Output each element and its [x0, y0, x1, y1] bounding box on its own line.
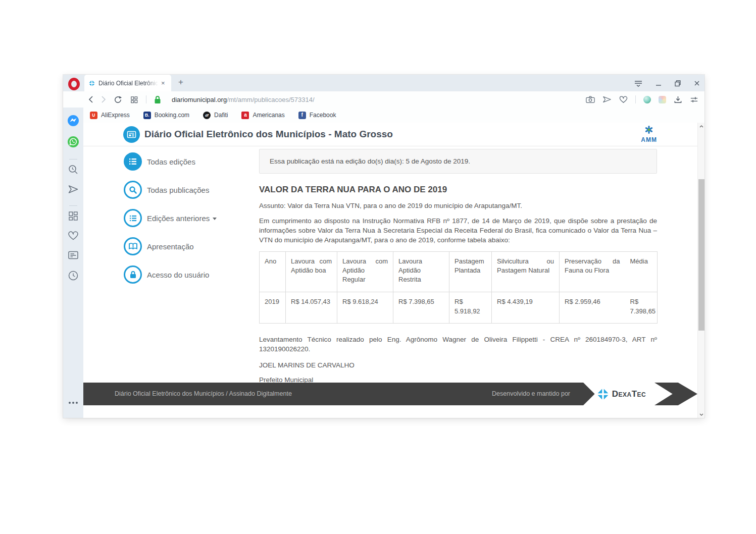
nav-label: Apresentação — [147, 242, 194, 251]
speed-dial-sidebar-icon[interactable] — [68, 210, 79, 222]
publication-paragraph: Em cumprimento ao disposto na Instrução … — [259, 216, 657, 245]
divider — [635, 95, 636, 103]
extension-orb-icon[interactable] — [643, 96, 651, 103]
publication-content: Essa publicação está na edição do(s) dia… — [259, 146, 657, 383]
more-options-icon[interactable] — [72, 402, 74, 404]
col-pastagem-plantada: Pastagem Plantada — [449, 252, 492, 292]
signature-role: Prefeito Municipal — [259, 376, 657, 383]
browser-window: Diário Oficial Eletrônico do × + — [63, 75, 704, 418]
tab-strip: Diário Oficial Eletrônico do × + — [63, 75, 704, 91]
web-page: Diário Oficial Eletrônico dos Municípios… — [83, 123, 697, 418]
col-media: Média — [625, 252, 658, 292]
my-flow-icon[interactable] — [68, 184, 79, 194]
bookmark-heart-icon[interactable] — [619, 96, 628, 103]
bookmark-label: Dafiti — [214, 112, 228, 119]
book-icon — [124, 237, 142, 255]
lock-icon — [124, 265, 142, 284]
site-nav: Todas edições Todas publicações — [83, 146, 259, 383]
nav-item-apresentacao[interactable]: Apresentação — [124, 236, 259, 256]
minimize-button[interactable] — [655, 80, 662, 87]
cell-media: R$ 7.398,65 — [625, 292, 658, 324]
downloads-icon[interactable] — [674, 95, 682, 104]
publication-title: VALOR DA TERRA NUA PARA O ANO DE 2019 — [259, 185, 657, 195]
nav-label: Todas edições — [147, 157, 195, 166]
scroll-down-icon[interactable] — [698, 411, 705, 418]
personal-news-icon[interactable] — [68, 250, 79, 260]
cell-lavoura-boa: R$ 14.057,43 — [286, 292, 337, 324]
cell-ano: 2019 — [260, 292, 286, 324]
restore-button[interactable] — [674, 80, 681, 87]
nav-item-todas-publicacoes[interactable]: Todas publicações — [124, 180, 259, 200]
dexatec-logo[interactable]: DexaTec — [589, 383, 653, 405]
signature-name: JOEL MARINS DE CARVALHO — [259, 361, 657, 369]
history-clock-icon[interactable] — [68, 270, 79, 281]
aliexpress-icon: ∪ — [90, 112, 97, 119]
cell-lavoura-regular: R$ 9.618,24 — [337, 292, 393, 324]
amm-text: AMM — [641, 136, 657, 143]
nav-item-todas-edicoes[interactable]: Todas edições — [124, 151, 259, 172]
dexatec-diamond-icon — [596, 388, 610, 401]
my-flow-send-icon[interactable] — [602, 95, 612, 103]
bookmark-americanas[interactable]: a Americanas — [241, 112, 284, 119]
close-button[interactable] — [693, 80, 700, 87]
facebook-icon: f — [298, 112, 306, 119]
new-tab-button[interactable]: + — [178, 77, 183, 87]
search-icon — [124, 181, 142, 199]
site-footer: Diário Oficial Eletrônico dos Municípios… — [83, 383, 697, 405]
amm-logo[interactable]: AMM — [641, 125, 657, 143]
nav-item-acesso-usuario[interactable]: Acesso do usuário — [124, 264, 259, 285]
site-header: Diário Oficial Eletrônico dos Municípios… — [83, 123, 697, 146]
bookmarks-heart-icon[interactable] — [68, 231, 79, 241]
tab-search-icon[interactable] — [634, 79, 643, 87]
bookmark-label: AliExpress — [101, 112, 130, 119]
bookmark-facebook[interactable]: f Facebook — [298, 112, 336, 119]
scrollbar-thumb[interactable] — [698, 179, 704, 331]
url-path: /mt/amm/publicacoes/573314/ — [227, 96, 314, 103]
cell-pastagem-plantada: R$ 5.918,92 — [449, 292, 492, 324]
nav-label: Edições anteriores — [147, 214, 217, 223]
opera-sidebar — [63, 108, 83, 418]
snapshot-camera-icon[interactable] — [586, 95, 595, 103]
search-history-icon[interactable] — [68, 164, 79, 175]
divider — [69, 159, 77, 159]
divider — [146, 95, 146, 103]
secure-lock-icon[interactable] — [154, 95, 161, 104]
customize-tune-icon[interactable] — [690, 95, 698, 104]
publication-subject: Assunto: Valor da Terra Nua VTN, para o … — [259, 202, 657, 209]
forward-button[interactable] — [101, 95, 106, 103]
reload-button[interactable] — [114, 95, 122, 104]
caret-down-icon — [213, 218, 217, 220]
scroll-up-icon[interactable] — [698, 123, 705, 130]
browser-tab[interactable]: Diário Oficial Eletrônico do × — [84, 75, 171, 91]
table-header-row: Ano Lavoura com Aptidão boa Lavoura com … — [260, 252, 658, 292]
cell-preservacao: R$ 2.959,46 — [560, 292, 625, 324]
bookmark-booking[interactable]: B. Booking.com — [143, 112, 189, 119]
back-button[interactable] — [88, 95, 93, 103]
extension-cube-icon[interactable] — [659, 96, 666, 103]
newspaper-icon — [123, 126, 140, 143]
bookmark-dafiti[interactable]: df Dafiti — [203, 112, 228, 119]
whatsapp-icon[interactable] — [67, 136, 79, 148]
page-bottom-spacer — [83, 405, 697, 418]
tab-close-icon[interactable]: × — [161, 79, 165, 87]
dafiti-icon: df — [203, 112, 211, 119]
cell-silvicultura: R$ 4.439,19 — [492, 292, 560, 324]
bookmarks-bar: ∪ AliExpress B. Booking.com df Dafiti a … — [83, 108, 704, 123]
url-field[interactable]: diariomunicipal.org/mt/amm/publicacoes/5… — [172, 96, 315, 103]
nav-item-edicoes-anteriores[interactable]: Edições anteriores — [124, 208, 259, 228]
americanas-icon: a — [241, 112, 249, 119]
dexatec-text: DexaTec — [612, 389, 646, 399]
list-icon — [124, 152, 142, 171]
vtn-table: Ano Lavoura com Aptidão boa Lavoura com … — [259, 251, 658, 324]
bookmark-aliexpress[interactable]: ∪ AliExpress — [90, 112, 130, 119]
cell-lavoura-restrita: R$ 7.398,65 — [393, 292, 449, 324]
messenger-icon[interactable] — [67, 115, 79, 127]
tab-favicon-icon — [88, 80, 95, 87]
nav-label: Todas publicações — [147, 186, 209, 194]
page-scrollbar[interactable] — [697, 123, 704, 418]
bookmark-label: Americanas — [253, 112, 284, 119]
edition-notice: Essa publicação está na edição do(s) dia… — [259, 149, 657, 174]
opera-menu-icon[interactable] — [68, 78, 80, 90]
speed-dial-icon[interactable] — [130, 95, 138, 104]
list-icon — [124, 209, 142, 227]
